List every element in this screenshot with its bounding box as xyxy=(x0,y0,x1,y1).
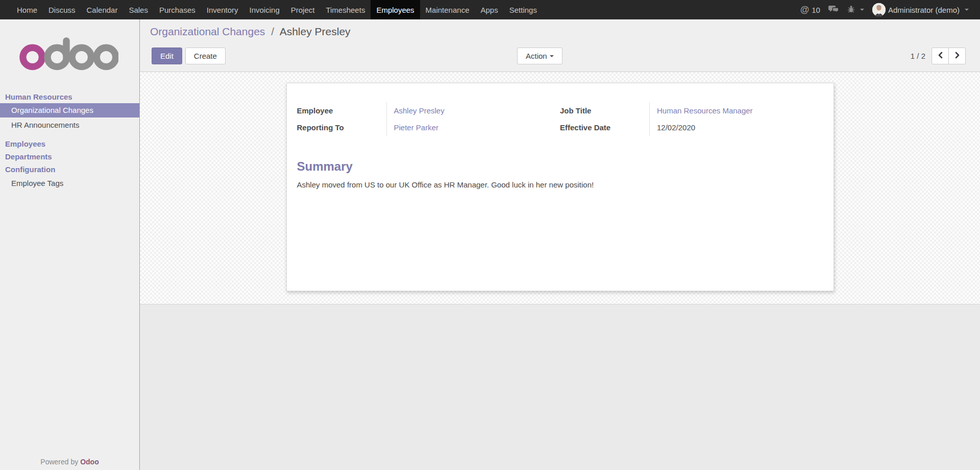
field-groups: Employee Ashley Presley Reporting To Pie… xyxy=(297,102,823,136)
sidebar-menu: Human Resources Organizational Changes H… xyxy=(0,90,139,191)
topbar-right-tools: @ 10 xyxy=(800,0,980,19)
action-label: Action xyxy=(526,52,547,60)
chevron-down-icon xyxy=(860,9,864,13)
content-footer-area xyxy=(140,304,980,470)
menu-home[interactable]: Home xyxy=(11,0,43,19)
activities-count: 10 xyxy=(812,6,820,14)
pager-counter: 1 / 2 xyxy=(911,52,925,60)
form-buttons: Edit Create xyxy=(152,48,226,64)
activities-button[interactable]: @ 10 xyxy=(800,5,820,15)
action-dropdown-button[interactable]: Action xyxy=(517,48,562,64)
pager-previous-button[interactable] xyxy=(932,48,949,64)
bug-icon xyxy=(847,5,855,15)
menu-sales[interactable]: Sales xyxy=(123,0,154,19)
menu-apps[interactable]: Apps xyxy=(475,0,504,19)
odoo-brand-link[interactable]: Odoo xyxy=(80,458,99,466)
powered-by-footer: Powered by Odoo xyxy=(0,458,139,466)
form-view-background: Employee Ashley Presley Reporting To Pie… xyxy=(140,72,980,304)
menu-purchases[interactable]: Purchases xyxy=(154,0,201,19)
menu-discuss[interactable]: Discuss xyxy=(43,0,81,19)
user-name: Administrator (demo) xyxy=(888,6,960,14)
breadcrumb-separator: / xyxy=(268,26,277,37)
menu-invoicing[interactable]: Invoicing xyxy=(244,0,285,19)
debug-menu-button[interactable] xyxy=(847,5,864,15)
topbar-menus: Home Discuss Calendar Sales Purchases In… xyxy=(0,0,543,19)
chevron-down-icon xyxy=(550,55,554,59)
sidebar: Human Resources Organizational Changes H… xyxy=(0,19,140,470)
chevron-right-icon xyxy=(954,52,960,61)
sidebar-section-departments[interactable]: Departments xyxy=(0,150,139,163)
breadcrumb: Organizational Changes / Ashley Presley xyxy=(150,26,980,38)
employee-field-label: Employee xyxy=(297,102,386,119)
field-group-right: Job Title Human Resources Manager Effect… xyxy=(560,102,823,136)
effective-date-field-value: 12/02/2020 xyxy=(649,119,823,136)
powered-by-text: Powered by xyxy=(40,458,78,466)
sidebar-item-organizational-changes[interactable]: Organizational Changes xyxy=(0,103,139,118)
messages-button[interactable] xyxy=(828,5,839,15)
activities-at-icon: @ xyxy=(800,5,810,15)
sidebar-section-human-resources: Human Resources xyxy=(0,90,139,103)
control-panel: Organizational Changes / Ashley Presley … xyxy=(140,19,980,72)
edit-button[interactable]: Edit xyxy=(152,48,182,64)
sidebar-section-employees[interactable]: Employees xyxy=(0,137,139,150)
chevron-down-icon xyxy=(965,9,969,13)
job-title-field-label: Job Title xyxy=(560,102,649,119)
reporting-to-field-value[interactable]: Pieter Parker xyxy=(386,119,560,136)
sidebar-item-hr-announcements[interactable]: HR Announcements xyxy=(0,118,139,132)
sidebar-spacer xyxy=(0,132,139,137)
sidebar-item-employee-tags[interactable]: Employee Tags xyxy=(0,176,139,191)
menu-inventory[interactable]: Inventory xyxy=(201,0,244,19)
job-title-field-value[interactable]: Human Resources Manager xyxy=(649,102,823,119)
breadcrumb-parent-link[interactable]: Organizational Changes xyxy=(150,26,265,37)
top-navigation-bar: Home Discuss Calendar Sales Purchases In… xyxy=(0,0,980,19)
main-layout: Human Resources Organizational Changes H… xyxy=(0,19,980,470)
avatar xyxy=(872,3,886,16)
record-pager: 1 / 2 xyxy=(911,48,966,64)
breadcrumb-current: Ashley Presley xyxy=(280,26,351,37)
menu-project[interactable]: Project xyxy=(285,0,321,19)
employee-field-value[interactable]: Ashley Presley xyxy=(386,102,560,119)
effective-date-field-label: Effective Date xyxy=(560,119,649,136)
odoo-logo xyxy=(18,34,139,73)
create-button[interactable]: Create xyxy=(185,48,226,64)
reporting-to-field-label: Reporting To xyxy=(297,119,386,136)
chevron-left-icon xyxy=(938,52,943,61)
pager-next-button[interactable] xyxy=(948,48,966,64)
summary-section-body: Ashley moved from US to our UK Office as… xyxy=(297,180,823,189)
field-group-left: Employee Ashley Presley Reporting To Pie… xyxy=(297,102,560,136)
user-menu[interactable]: Administrator (demo) xyxy=(872,3,969,16)
menu-employees[interactable]: Employees xyxy=(371,0,420,19)
action-dropdown-wrap: Action xyxy=(517,48,562,64)
content-area: Organizational Changes / Ashley Presley … xyxy=(140,19,980,470)
menu-timesheets[interactable]: Timesheets xyxy=(320,0,371,19)
menu-calendar[interactable]: Calendar xyxy=(81,0,124,19)
menu-maintenance[interactable]: Maintenance xyxy=(420,0,475,19)
summary-section-title: Summary xyxy=(297,159,823,174)
form-sheet: Employee Ashley Presley Reporting To Pie… xyxy=(286,83,834,291)
menu-settings[interactable]: Settings xyxy=(504,0,543,19)
sidebar-section-configuration[interactable]: Configuration xyxy=(0,163,139,176)
chat-bubbles-icon xyxy=(828,5,839,15)
